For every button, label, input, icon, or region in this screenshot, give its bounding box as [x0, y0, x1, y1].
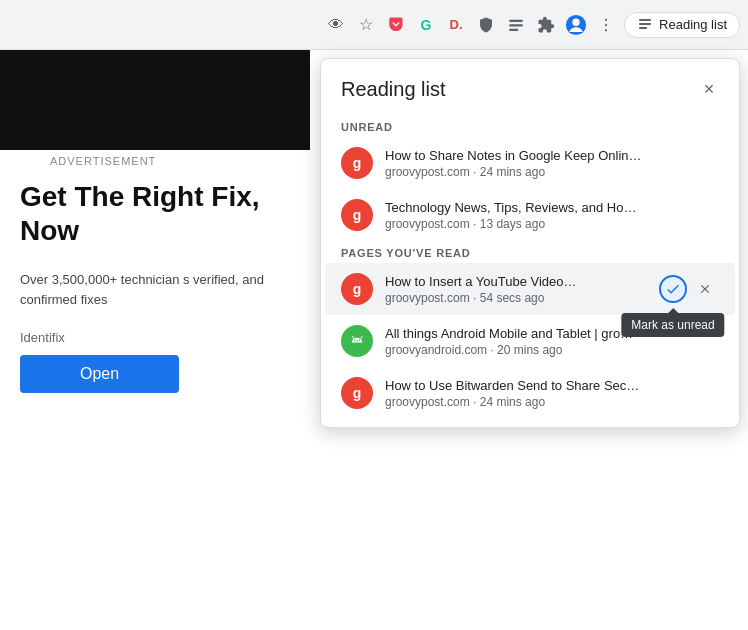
ad-label: ADVERTISEMENT [50, 155, 156, 167]
item-text: How to Insert a YouTube Video… groovypos… [385, 274, 651, 305]
close-panel-button[interactable]: × [695, 75, 723, 103]
item-meta: groovypost.com · 54 secs ago [385, 291, 651, 305]
list-item[interactable]: g How to Use Bitwarden Send to Share Sec… [325, 367, 735, 419]
section-label-unread: UNREAD [321, 115, 739, 137]
list-item[interactable]: All things Android Mobile and Tablet | g… [325, 315, 735, 367]
dx-icon[interactable]: D. [444, 13, 468, 37]
page-hero-image [0, 50, 310, 150]
item-text: How to Share Notes in Google Keep Onlin…… [385, 148, 719, 179]
item-title: Technology News, Tips, Reviews, and Ho… [385, 200, 719, 215]
item-meta: groovypost.com · 13 days ago [385, 217, 719, 231]
remove-item-button[interactable] [691, 275, 719, 303]
item-text: All things Android Mobile and Tablet | g… [385, 326, 719, 357]
item-text: How to Use Bitwarden Send to Share Sec… … [385, 378, 719, 409]
eye-slash-icon[interactable]: 👁 [324, 13, 348, 37]
avatar: g [341, 377, 373, 409]
item-title: All things Android Mobile and Tablet | g… [385, 326, 719, 341]
item-title: How to Share Notes in Google Keep Onlin… [385, 148, 719, 163]
bookmark-star-icon[interactable]: ☆ [354, 13, 378, 37]
svg-point-6 [605, 23, 607, 25]
mark-as-unread-button[interactable]: Mark as unread [659, 275, 687, 303]
item-text: Technology News, Tips, Reviews, and Ho… … [385, 200, 719, 231]
pocket-icon[interactable] [384, 13, 408, 37]
item-meta: groovypost.com · 24 mins ago [385, 165, 719, 179]
page-source: Identifix [20, 330, 65, 345]
item-title: How to Insert a YouTube Video… [385, 274, 651, 289]
svg-rect-9 [639, 23, 651, 25]
chrome-menu-icon[interactable] [594, 13, 618, 37]
svg-rect-8 [639, 19, 651, 21]
avatar [341, 325, 373, 357]
profile-icon[interactable] [564, 13, 588, 37]
svg-rect-1 [509, 24, 523, 26]
page-description: Over 3,500,000+ technician s verified, a… [20, 270, 280, 309]
item-meta: groovypost.com · 24 mins ago [385, 395, 719, 409]
item-meta: groovyandroid.com · 20 mins ago [385, 343, 719, 357]
shield-icon[interactable] [474, 13, 498, 37]
open-button[interactable]: Open [20, 355, 179, 393]
reading-list-panel: Reading list × UNREAD g How to Share Not… [320, 58, 740, 428]
avatar: g [341, 147, 373, 179]
svg-point-4 [572, 18, 579, 25]
panel-header: Reading list × [321, 59, 739, 115]
browser-chrome: 👁 ☆ G D. Reading list [0, 0, 748, 50]
svg-rect-0 [509, 19, 523, 21]
avatar: g [341, 273, 373, 305]
svg-point-7 [605, 29, 607, 31]
panel-title: Reading list [341, 78, 446, 101]
avatar: g [341, 199, 373, 231]
list-item[interactable]: g How to Share Notes in Google Keep Onli… [325, 137, 735, 189]
svg-rect-2 [509, 28, 518, 30]
list-item[interactable]: g How to Insert a YouTube Video… groovyp… [325, 263, 735, 315]
page-title: Get The Right Fix, Now [20, 180, 290, 247]
grammarly-icon[interactable]: G [414, 13, 438, 37]
svg-point-5 [605, 18, 607, 20]
svg-rect-10 [639, 27, 647, 29]
item-actions: Mark as unread [659, 275, 719, 303]
more-extensions-icon[interactable] [504, 13, 528, 37]
list-item[interactable]: g Technology News, Tips, Reviews, and Ho… [325, 189, 735, 241]
reading-list-button[interactable]: Reading list [624, 12, 740, 38]
puzzle-icon[interactable] [534, 13, 558, 37]
item-title: How to Use Bitwarden Send to Share Sec… [385, 378, 719, 393]
section-label-read: PAGES YOU'VE READ [321, 241, 739, 263]
